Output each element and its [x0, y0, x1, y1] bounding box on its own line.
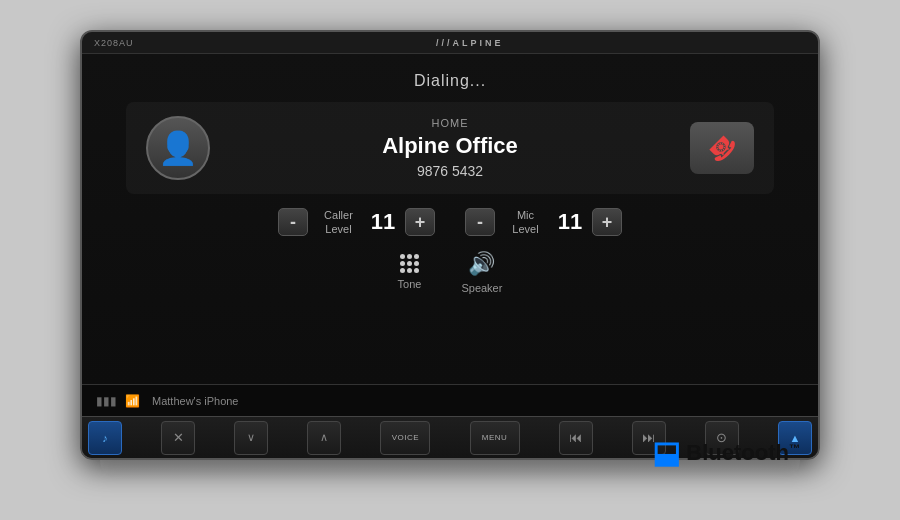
speaker-button[interactable]: 🔊 Speaker	[461, 251, 502, 294]
device-outer: X208AU ///ALPINE Dialing... 👤 HOME Alpin…	[80, 30, 820, 460]
strip-menu-button[interactable]: MENU	[470, 421, 520, 455]
bluetooth-icon: ⬓	[652, 435, 680, 470]
music-icon: ♪	[102, 432, 108, 444]
caller-level-value: 11	[369, 209, 397, 235]
speaker-label: Speaker	[461, 282, 502, 294]
screen: Dialing... 👤 HOME Alpine Office 9876 543…	[82, 54, 818, 384]
contact-type: HOME	[210, 117, 690, 129]
signal-icon: 📶	[125, 394, 140, 408]
level-controls: - CallerLevel 11 + - MicLevel 11 +	[126, 208, 774, 237]
caller-level-decrease[interactable]: -	[278, 208, 308, 236]
hangup-icon: ☎	[701, 127, 742, 168]
brand-label: ///ALPINE	[436, 38, 504, 48]
caller-level-control: - CallerLevel 11 +	[278, 208, 435, 237]
contact-name: Alpine Office	[210, 133, 690, 159]
contact-details: HOME Alpine Office 9876 5432	[210, 117, 690, 179]
mic-level-label: MicLevel	[503, 208, 548, 237]
dialpad-icon	[400, 254, 419, 273]
mic-level-control: - MicLevel 11 +	[465, 208, 622, 237]
chevron-down-icon: ∨	[247, 431, 255, 444]
mic-level-increase[interactable]: +	[592, 208, 622, 236]
voice-label: VOICE	[392, 433, 419, 442]
bluetooth-badge: ⬓ Bluetooth™	[652, 435, 800, 470]
bottom-controls: Tone 🔊 Speaker	[126, 251, 774, 294]
contact-avatar: 👤	[146, 116, 210, 180]
strip-prev-button[interactable]: ⏮	[559, 421, 593, 455]
dialing-status: Dialing...	[414, 72, 486, 90]
caller-level-increase[interactable]: +	[405, 208, 435, 236]
mic-level-value: 11	[556, 209, 584, 235]
device-wrapper: X208AU ///ALPINE Dialing... 👤 HOME Alpin…	[80, 30, 820, 490]
strip-up-button[interactable]: ∧	[307, 421, 341, 455]
tone-button[interactable]: Tone	[398, 254, 422, 290]
speaker-icon: 🔊	[468, 251, 495, 277]
model-label: X208AU	[94, 38, 134, 48]
bluetooth-text: Bluetooth™	[686, 440, 800, 466]
hangup-button[interactable]: ☎	[690, 122, 754, 174]
person-icon: 👤	[158, 132, 198, 164]
menu-label: MENU	[482, 433, 508, 442]
chevron-up-icon: ∧	[320, 431, 328, 444]
mic-level-decrease[interactable]: -	[465, 208, 495, 236]
strip-mute-button[interactable]: ✕	[161, 421, 195, 455]
call-info-area: 👤 HOME Alpine Office 9876 5432 ☎	[126, 102, 774, 194]
strip-music-button[interactable]: ♪	[88, 421, 122, 455]
battery-icon: ▮▮▮	[96, 394, 117, 408]
caller-level-label: CallerLevel	[316, 208, 361, 237]
top-bar: X208AU ///ALPINE	[82, 32, 818, 54]
status-bar: ▮▮▮ 📶 Matthew's iPhone	[82, 384, 818, 416]
mute-icon: ✕	[173, 430, 184, 445]
tone-label: Tone	[398, 278, 422, 290]
skip-prev-icon: ⏮	[569, 430, 582, 445]
contact-number: 9876 5432	[210, 163, 690, 179]
strip-voice-button[interactable]: VOICE	[380, 421, 430, 455]
strip-down-button[interactable]: ∨	[234, 421, 268, 455]
connected-device: Matthew's iPhone	[152, 395, 238, 407]
